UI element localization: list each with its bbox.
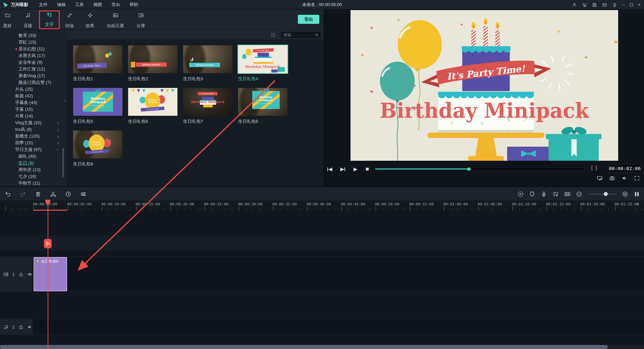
template-item-2[interactable]: Birthday lowerthird 生日礼包2 [128,45,177,73]
sidebar-item-education[interactable]: 教育 (33) [0,32,67,39]
zoom-in-icon[interactable] [622,191,628,197]
audio-track-lane [33,319,644,335]
eye-icon[interactable] [27,271,33,277]
fit-timeline-icon[interactable] [564,191,571,197]
fullscreen-icon[interactable] [634,175,640,181]
menu-help[interactable]: 帮助 [129,2,138,8]
play-button[interactable]: ▶ [354,166,358,172]
sidebar-item-lowerthirds[interactable]: 字幕条 (43) [0,99,67,106]
sidebar-item-neon[interactable]: 霓虹 (15) [0,39,67,46]
panel-collapse-icon[interactable]: ‹ [64,97,65,103]
sidebar-item-wedding[interactable]: 婚礼 (48) [0,153,67,160]
tab-split-screen[interactable]: 分屏 [133,11,148,29]
tab-transition[interactable]: 转场 [62,11,77,29]
lock-icon[interactable] [18,324,24,330]
sidebar-item-ink-style[interactable]: 水墨古风 (17) [0,52,67,59]
export-button[interactable]: 导出 [298,15,319,24]
sidebar-item-music-fantasy[interactable]: 音乐幻想 (11) [0,46,67,52]
sidebar-item-holiday-theme[interactable]: 节日主题 (97)› [0,146,67,153]
prev-frame-button[interactable]: ◀ [327,166,332,172]
redo-icon[interactable] [20,191,26,197]
template-item-7[interactable]: It's Party Time! Birthday Minipack 生日礼包7 [183,88,232,116]
template-label: 生日礼包3 [183,76,203,82]
close-icon[interactable]: × [638,2,641,7]
menu-edit[interactable]: 编辑 [57,2,66,8]
lock-icon[interactable] [18,271,24,277]
mic-icon[interactable] [612,2,617,7]
sidebar-item-opener[interactable]: 片头 (25) [0,86,67,93]
timeline-clip[interactable]: T 生日礼包4 [34,257,67,291]
timeline-hscrollbar[interactable] [0,345,644,349]
tab-effects[interactable]: 效果 [83,11,97,29]
tab-audio[interactable]: 音频 [20,11,35,29]
snapshot-icon[interactable] [609,175,615,181]
playhead-scissors-button[interactable] [44,239,52,248]
mute-icon[interactable] [27,324,33,330]
sidebar-item-subtitles[interactable]: 字幕 (15) [0,106,67,113]
timeline-zoom-slider[interactable] [588,194,616,195]
track-view-toggle-icon[interactable] [634,191,640,197]
volume-icon[interactable] [622,175,628,181]
display-settings-icon[interactable] [597,175,603,181]
sidebar-item-work-report[interactable]: 工作汇报 (12) [0,66,67,72]
minimize-icon[interactable]: − [622,2,625,7]
grid-view-icon[interactable] [270,32,276,38]
sidebar-item-annual-meeting[interactable]: 企业年会 (9) [0,59,67,66]
sidebar-item-new-concept[interactable]: 新概念 (120)› [0,133,67,140]
sidebar-item-titles[interactable]: 标题 (42) [0,93,67,99]
menu-file[interactable]: 文件 [39,2,48,8]
preview-seekbar[interactable] [375,168,584,169]
sidebar-item-qixi[interactable]: 七夕 (16) [0,173,67,180]
video-track-lane [33,257,644,292]
zoom-out-icon[interactable] [576,191,582,197]
voiceover-icon[interactable] [541,191,547,197]
mail-icon[interactable] [602,2,607,7]
template-item-5[interactable]: BirthdayMinipack Celebration 生日礼包5 [73,88,122,116]
sidebar-item-subscribe[interactable]: 频道订阅点赞 (7) [0,79,67,86]
undo-icon[interactable] [5,191,11,197]
user-icon[interactable] [572,2,577,7]
adjust-icon[interactable] [80,191,87,197]
search-input[interactable] [281,33,315,37]
save-icon[interactable] [592,2,597,7]
sidebar-item-anniversary[interactable]: 周年庆 (13) [0,166,67,173]
zoom-slider-knob[interactable] [604,192,608,196]
sidebar-item-ins-style[interactable]: Ins风 (9)› [0,126,67,133]
sidebar-scrollbar[interactable] [62,148,64,178]
duration-icon[interactable] [65,191,71,197]
tab-text[interactable]: T| 文字 [42,11,57,29]
template-item-1[interactable]: It's Party Time! 生日礼包1 [73,45,122,73]
template-item-3[interactable]: Birthday lowerthird 生日礼包3 [183,45,232,73]
timeline-ruler[interactable]: 00:00:00:00 00:00:05:00 00:00:10:00 00:0… [0,201,644,211]
stop-button[interactable]: ■ [366,166,369,172]
render-preview-icon[interactable] [517,191,524,197]
preview-video: It's Party Time! Birthday Minipack [351,10,618,161]
sidebar-item-birthday[interactable]: 生日 (9) [0,160,67,166]
sidebar-item-food-vlog[interactable]: 美食Vlog (17) [0,72,67,79]
tab-elements[interactable]: 动画元素 [102,11,128,29]
search-icon[interactable] [315,33,319,37]
tab-media[interactable]: 素材 [0,11,15,29]
seek-knob[interactable] [467,167,471,171]
audio-mixer-icon[interactable] [552,191,559,197]
hscrollbar-thumb[interactable] [0,345,608,349]
template-item-6[interactable]: BirthdayMinipack It's Party Time! 生日礼包6 [128,88,177,116]
sidebar-item-seasons[interactable]: 四季 (15)› [0,140,67,146]
menu-tools[interactable]: 工具 [75,2,84,8]
timeline-toolbar [0,187,644,201]
marker-icon[interactable] [529,191,535,197]
split-scissors-icon[interactable] [50,191,56,197]
sidebar-item-endcredits[interactable]: 片尾 (14) [0,113,67,119]
next-frame-button[interactable]: ▶ [340,166,346,172]
restore-icon[interactable] [630,3,633,6]
store-cart-icon[interactable] [582,2,587,7]
template-item-9[interactable]: BirthdayMinipack It's Party Time! 生日礼包9 [73,131,122,158]
delete-icon[interactable] [35,191,41,197]
template-item-8[interactable]: BirthdayMinipack Celebration 生日礼包8 [238,88,287,116]
template-item-4[interactable]: It's Party Time! Birthday Minipack 生日礼包4 [238,45,287,73]
menu-view[interactable]: 视图 [93,2,102,8]
menu-export[interactable]: 导出 [111,2,120,8]
mark-in-out-buttons[interactable]: {} [591,165,600,171]
sidebar-item-vlog-theme[interactable]: Vlog主题 (32)› [0,119,67,126]
sidebar-item-midautumn[interactable]: 中秋节 (11) [0,180,67,186]
